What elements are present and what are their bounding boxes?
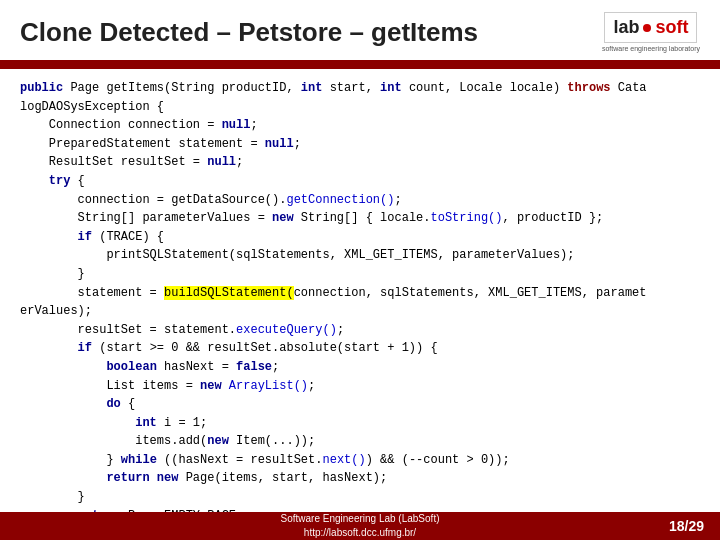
code-line-10: printSQLStatement(sqlStatements, XML_GET…	[20, 246, 700, 265]
code-area: public Page getItems(String productID, i…	[0, 69, 720, 540]
code-line-5: ResultSet resultSet = null;	[20, 153, 700, 172]
logo-dot	[643, 24, 651, 32]
footer-line2: http://labsoft.dcc.ufmg.br/	[281, 526, 440, 540]
logo-box: lab soft	[604, 12, 697, 43]
code-line-18: do {	[20, 395, 700, 414]
code-line-23: }	[20, 488, 700, 507]
footer: Software Engineering Lab (LabSoft) http:…	[0, 512, 720, 540]
code-line-4: PreparedStatement statement = null;	[20, 135, 700, 154]
logo: lab soft software engineering laboratory	[602, 12, 700, 52]
code-line-3: Connection connection = null;	[20, 116, 700, 135]
code-line-9: if (TRACE) {	[20, 228, 700, 247]
code-line-2: logDAOSysException {	[20, 98, 700, 117]
page-number: 18/29	[669, 518, 704, 534]
header: Clone Detected – Petstore – getItems lab…	[0, 0, 720, 63]
logo-lab-text: lab	[613, 17, 639, 38]
code-line-11: }	[20, 265, 700, 284]
code-line-15: if (start >= 0 && resultSet.absolute(sta…	[20, 339, 700, 358]
footer-line1: Software Engineering Lab (LabSoft)	[281, 512, 440, 526]
code-line-12: statement = buildSQLStatement(connection…	[20, 284, 700, 303]
code-line-21: } while ((hasNext = resultSet.next()) &&…	[20, 451, 700, 470]
logo-subtitle: software engineering laboratory	[602, 45, 700, 52]
footer-center: Software Engineering Lab (LabSoft) http:…	[281, 512, 440, 540]
code-line-8: String[] parameterValues = new String[] …	[20, 209, 700, 228]
code-line-6: try {	[20, 172, 700, 191]
code-line-7: connection = getDataSource().getConnecti…	[20, 191, 700, 210]
code-line-14: resultSet = statement.executeQuery();	[20, 321, 700, 340]
code-line-20: items.add(new Item(...));	[20, 432, 700, 451]
slide: Clone Detected – Petstore – getItems lab…	[0, 0, 720, 540]
code-line-13: erValues);	[20, 302, 700, 321]
code-line-1: public Page getItems(String productID, i…	[20, 79, 700, 98]
page-title: Clone Detected – Petstore – getItems	[20, 17, 478, 48]
code-line-17: List items = new ArrayList();	[20, 377, 700, 396]
logo-soft-text: soft	[655, 17, 688, 38]
code-line-19: int i = 1;	[20, 414, 700, 433]
code-line-22: return new Page(items, start, hasNext);	[20, 469, 700, 488]
code-line-16: boolean hasNext = false;	[20, 358, 700, 377]
